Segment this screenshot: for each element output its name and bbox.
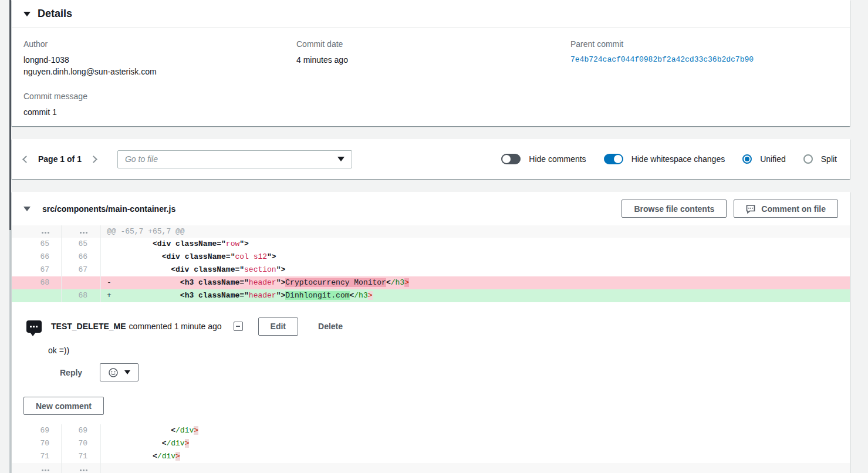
- hide-comments-toggle[interactable]: [501, 154, 521, 164]
- split-label: Split: [821, 154, 837, 164]
- file-path: src/components/main-container.js: [42, 204, 175, 214]
- scroll-rail[interactable]: [9, 0, 11, 473]
- file-header: src/components/main-container.js Browse …: [12, 192, 850, 225]
- author-field: Author longnd-1038 nguyen.dinh.long@sun-…: [23, 39, 296, 77]
- diff-gutter-new: [62, 276, 101, 289]
- diff-row: 6969 </div>: [12, 424, 850, 437]
- diff-view-options: Hide comments Hide whitespace changes Un…: [501, 154, 837, 164]
- diff-gutter-new: 69: [62, 424, 101, 437]
- ellipsis-icon: [42, 227, 49, 239]
- comment-bubble-icon: [746, 204, 755, 214]
- edit-comment-button[interactable]: Edit: [258, 317, 298, 336]
- diff-gutter-new: 67: [62, 263, 101, 276]
- next-page-icon[interactable]: [90, 156, 97, 163]
- chevron-down-icon: [337, 157, 345, 161]
- diff-gutter-new: 68: [62, 289, 101, 302]
- diff-code-line: </div>: [101, 437, 850, 450]
- diff-code-line: <div className="section">: [101, 263, 850, 276]
- author-label: Author: [23, 39, 296, 49]
- page-indicator: Page 1 of 1: [38, 154, 82, 164]
- diff-gutter-new: [62, 225, 101, 238]
- diff-row: 7070 </div>: [12, 437, 850, 450]
- scrollbar-thumb[interactable]: [9, 0, 11, 230]
- diff-row: 68- <h3 className="header">Cryptocurrenc…: [12, 276, 850, 289]
- go-to-file-placeholder: Go to file: [125, 154, 337, 164]
- diff-code-line: [101, 463, 850, 473]
- diff-row: 7171 </div>: [12, 450, 850, 463]
- commit-message-label: Commit message: [23, 92, 296, 101]
- comment-body: ok =)): [48, 346, 838, 355]
- hide-whitespace-toggle[interactable]: [604, 154, 623, 164]
- diff-gutter-old: 66: [12, 251, 62, 263]
- details-grid: Author longnd-1038 nguyen.dinh.long@sun-…: [12, 28, 850, 118]
- diff-code-line: - <h3 className="header">Cryptocurrency …: [101, 276, 850, 289]
- details-title: Details: [38, 8, 72, 20]
- parent-commit-link[interactable]: 7e4b724cacf044f0982bf2a42cd33c36b2dc7b90: [570, 55, 754, 64]
- diff-gutter-old: 68: [12, 276, 62, 289]
- unified-radio[interactable]: [742, 154, 752, 164]
- collapse-triangle-icon: [23, 12, 31, 16]
- hide-whitespace-label: Hide whitespace changes: [631, 154, 725, 164]
- file-collapse-icon[interactable]: [23, 207, 31, 211]
- diff-gutter-old: [12, 289, 62, 302]
- diff-controls-panel: Page 1 of 1 Go to file Hide comments Hid…: [12, 139, 850, 179]
- comment-on-file-label: Comment on file: [761, 204, 826, 214]
- diff-gutter-old: 69: [12, 424, 62, 437]
- commit-date-value: 4 minutes ago: [296, 54, 570, 66]
- diff-code-line: @@ -65,7 +65,7 @@: [101, 225, 850, 238]
- reaction-button[interactable]: [100, 363, 139, 381]
- file-actions: Browse file contents Comment on file: [622, 200, 838, 218]
- prev-page-icon[interactable]: [22, 156, 30, 163]
- diff-code-line: <div className="row">: [101, 238, 850, 251]
- collapse-comment-icon[interactable]: [234, 322, 243, 331]
- browse-file-contents-button[interactable]: Browse file contents: [622, 200, 727, 218]
- comment-meta: commented 1 minute ago: [129, 322, 222, 331]
- ellipsis-icon: [80, 227, 87, 239]
- diff-row: 6666 <div className="col s12">: [12, 251, 850, 263]
- parent-commit-field: Parent commit 7e4b724cacf044f0982bf2a42c…: [570, 39, 838, 77]
- diff-rows-top: @@ -65,7 +65,7 @@6565 <div className="ro…: [12, 225, 850, 302]
- diff-row: [12, 463, 850, 473]
- comment-avatar-icon: [26, 320, 42, 333]
- commit-page: Details Author longnd-1038 nguyen.dinh.l…: [12, 0, 850, 473]
- diff-gutter-new: [62, 463, 101, 473]
- split-radio[interactable]: [803, 154, 813, 164]
- diff-gutter-old: [12, 225, 62, 238]
- diff-row: 6767 <div className="section">: [12, 263, 850, 276]
- hide-comments-label: Hide comments: [529, 154, 586, 164]
- unified-label: Unified: [760, 154, 786, 164]
- go-to-file-select[interactable]: Go to file: [117, 150, 352, 168]
- commit-date-field: Commit date 4 minutes ago: [296, 39, 570, 77]
- parent-commit-label: Parent commit: [570, 39, 838, 49]
- delete-comment-button[interactable]: Delete: [318, 322, 343, 331]
- commit-date-label: Commit date: [296, 39, 570, 49]
- diff-gutter-new: 65: [62, 238, 101, 251]
- diff-code-line: </div>: [101, 424, 850, 437]
- diff-row: 68+ <h3 className="header">Dinhlongit.co…: [12, 289, 850, 302]
- comment-on-file-button[interactable]: Comment on file: [734, 200, 838, 218]
- diff-code-line: <div className="col s12">: [101, 251, 850, 263]
- pagination: Page 1 of 1: [23, 154, 96, 164]
- diff-gutter-old: 70: [12, 437, 62, 450]
- new-comment-row: New comment: [23, 397, 838, 424]
- details-collapse-header[interactable]: Details: [12, 0, 850, 28]
- author-name: longnd-1038: [23, 54, 296, 66]
- diff-code-line: + <h3 className="header">Dinhlongit.com<…: [101, 289, 850, 302]
- file-diff-panel: src/components/main-container.js Browse …: [12, 192, 850, 473]
- comment-author: TEST_DELETE_ME: [51, 322, 126, 331]
- smiley-icon: [108, 367, 119, 378]
- diff-row: 6565 <div className="row">: [12, 238, 850, 251]
- commit-message-field: Commit message commit 1: [23, 92, 296, 118]
- diff-gutter-old: 71: [12, 450, 62, 463]
- new-comment-button[interactable]: New comment: [23, 397, 104, 415]
- diff-gutter-old: 67: [12, 263, 62, 276]
- reply-button[interactable]: Reply: [60, 368, 82, 377]
- diff-gutter-new: 71: [62, 450, 101, 463]
- diff-row: @@ -65,7 +65,7 @@: [12, 225, 850, 238]
- diff-gutter-old: 65: [12, 238, 62, 251]
- diff-rows-bottom: 6969 </div>7070 </div>7171 </div>: [12, 424, 850, 473]
- diff-gutter-new: 66: [62, 251, 101, 263]
- ellipsis-icon: [42, 464, 49, 473]
- details-panel: Details Author longnd-1038 nguyen.dinh.l…: [12, 0, 850, 126]
- commit-message-value: commit 1: [23, 106, 296, 118]
